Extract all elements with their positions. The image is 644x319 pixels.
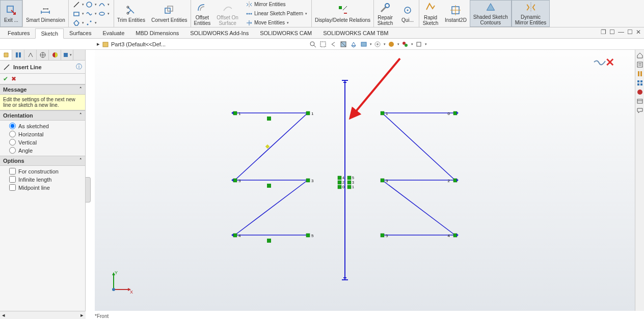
scroll-left[interactable]: ◂	[0, 312, 7, 318]
prev-view-icon[interactable]	[329, 40, 338, 48]
opt-infinite[interactable]: Infinite length	[9, 176, 83, 183]
rapid-sketch-button[interactable]: Rapid Sketch	[419, 0, 442, 27]
hide-show-icon[interactable]	[373, 40, 382, 48]
orientation-header[interactable]: Orientation˄	[0, 110, 85, 121]
linear-pattern-button[interactable]: Linear Sketch Pattern▾	[244, 10, 309, 18]
rect-tool[interactable]: ▾ ▾ ▾	[71, 10, 112, 18]
options-body: For construction Infinite length Midpoin…	[0, 166, 85, 193]
settings-drop[interactable]: ▾	[425, 42, 427, 46]
opt-construction[interactable]: For construction	[9, 168, 83, 175]
offset-surf-label: Offset On Surface	[217, 15, 238, 26]
move-entities-button[interactable]: Move Entities▾	[244, 19, 309, 27]
library-icon[interactable]	[636, 70, 643, 77]
pm-tab-feature[interactable]	[0, 50, 12, 60]
home-icon[interactable]	[636, 52, 643, 59]
win-min[interactable]: ―	[618, 28, 624, 36]
svg-point-4	[99, 12, 104, 15]
svg-point-6	[87, 23, 88, 25]
offset-entities-button[interactable]: Offset Entities	[191, 0, 214, 27]
view-orient-icon[interactable]	[349, 40, 358, 48]
confirm-corner-ok[interactable]	[593, 58, 607, 68]
pm-confirm-row: ✔ ✖	[0, 74, 85, 84]
svg-rect-80	[338, 176, 341, 180]
sketch-canvas[interactable]: 1 1 3 3 4 5 1 0 3 2 5 4 4 5	[95, 50, 635, 311]
pm-tab-props[interactable]	[12, 50, 24, 60]
tab-sketch[interactable]: Sketch	[35, 28, 64, 39]
pm-title: Insert Line	[13, 64, 42, 70]
tab-evaluate[interactable]: Evaluate	[97, 28, 130, 38]
scroll-right[interactable]: ▸	[78, 312, 86, 318]
orient-as-sketched[interactable]: As sketched	[9, 123, 83, 129]
orient-vertical[interactable]: Vertical	[9, 139, 83, 146]
svg-point-106	[637, 90, 642, 95]
svg-text:2: 2	[448, 179, 450, 183]
pm-tab-display[interactable]	[49, 50, 61, 60]
win-max[interactable]: ☐	[627, 28, 633, 36]
quick-snaps-button[interactable]: Qui...	[396, 0, 419, 27]
panel-scrollbar[interactable]: ◂ ▸	[0, 311, 86, 319]
breadcrumb-expand[interactable]: ▸	[97, 41, 100, 47]
trim-entities-button[interactable]: Trim Entities	[114, 0, 148, 27]
section-view-icon[interactable]	[339, 40, 348, 48]
zoom-area-icon[interactable]	[318, 40, 328, 48]
custom-props-icon[interactable]	[636, 98, 643, 105]
svg-rect-30	[417, 42, 421, 46]
ok-button[interactable]: ✔	[3, 75, 8, 82]
poly-tool[interactable]: ▾ ▾	[71, 19, 112, 27]
view-palette-icon[interactable]	[636, 79, 643, 86]
pm-tab-dim[interactable]	[37, 50, 49, 60]
cancel-button[interactable]: ✖	[11, 75, 16, 82]
breadcrumb-part[interactable]: Part3 (Default<<Def...	[111, 41, 166, 47]
appearances-icon[interactable]	[636, 89, 643, 96]
offset-surface-button: Offset On Surface	[213, 0, 242, 27]
help-icon[interactable]: ⓘ	[76, 63, 82, 71]
tab-addins[interactable]: SOLIDWORKS Add-Ins	[184, 28, 254, 38]
sub-max[interactable]: ☐	[609, 28, 615, 36]
forum-icon[interactable]	[636, 107, 643, 114]
repair-sketch-button[interactable]: Repair Sketch	[374, 0, 396, 27]
sub-restore[interactable]: ❐	[601, 28, 606, 36]
trim-label: Trim Entities	[117, 17, 145, 23]
opt-midpoint[interactable]: Midpoint line	[9, 184, 83, 191]
pm-tab-more[interactable]: ▾	[61, 50, 73, 60]
scene-drop[interactable]: ▾	[397, 42, 399, 46]
display-style-icon[interactable]	[359, 40, 368, 48]
message-header[interactable]: Message˄	[0, 84, 85, 95]
exit-sketch-button[interactable]: Exit ...	[0, 0, 22, 27]
svg-text:5: 5	[352, 176, 354, 180]
zoom-fit-icon[interactable]	[308, 40, 317, 48]
tab-cam[interactable]: SOLIDWORKS CAM	[254, 28, 317, 38]
convert-entities-button[interactable]: Convert Entities	[148, 0, 191, 27]
shaded-contours-button[interactable]: Shaded Sketch Contours	[470, 0, 512, 27]
scene-icon[interactable]	[387, 40, 396, 48]
settings-icon[interactable]	[414, 40, 423, 48]
graphics-area[interactable]: 1 1 3 3 4 5 1 0 3 2 5 4 4 5	[95, 50, 635, 311]
collapse-handle[interactable]	[86, 177, 91, 202]
dynamic-mirror-button[interactable]: Dynamic Mirror Entities	[512, 0, 550, 27]
orient-horizontal[interactable]: Horizontal	[9, 131, 83, 137]
tab-features[interactable]: Features	[2, 28, 35, 38]
svg-text:1: 1	[311, 111, 314, 116]
options-header[interactable]: Options˄	[0, 156, 85, 166]
svg-rect-22	[320, 42, 326, 47]
appearance-icon[interactable]	[400, 40, 410, 48]
win-close[interactable]: ✕	[636, 28, 641, 36]
panel-splitter[interactable]	[86, 50, 95, 311]
disp-drop[interactable]: ▾	[370, 42, 372, 46]
tab-camtbm[interactable]: SOLIDWORKS CAM TBM	[317, 28, 394, 38]
mirror-entities-button[interactable]: Mirror Entities	[244, 1, 309, 9]
smart-dimension-button[interactable]: ⟷ Smart Dimension	[23, 0, 68, 27]
pm-tab-config[interactable]	[24, 50, 37, 60]
triad[interactable]: Y X	[108, 270, 133, 296]
tab-surfaces[interactable]: Surfaces	[64, 28, 97, 38]
line-tool[interactable]: ▾ ▾ ▾	[71, 1, 112, 9]
appear-drop[interactable]: ▾	[411, 42, 413, 46]
svg-text:1: 1	[386, 111, 388, 116]
orient-angle[interactable]: Angle	[9, 147, 83, 154]
svg-rect-52	[265, 144, 270, 149]
hideshow-drop[interactable]: ▾	[384, 42, 386, 46]
resources-icon[interactable]	[636, 61, 643, 68]
display-relations-button[interactable]: Display/Delete Relations	[312, 0, 373, 27]
tab-mbd[interactable]: MBD Dimensions	[130, 28, 184, 38]
instant2d-button[interactable]: Instant2D	[442, 0, 470, 27]
